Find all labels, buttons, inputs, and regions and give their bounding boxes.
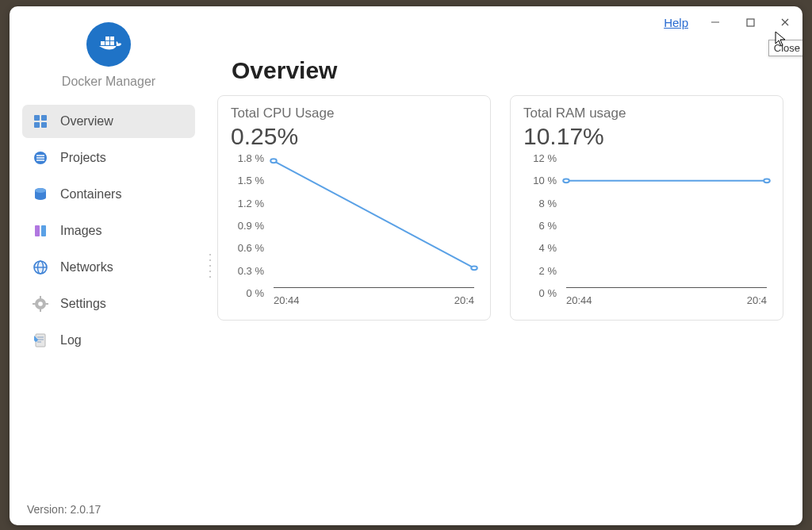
sidebar-item-images[interactable]: Images <box>22 214 195 248</box>
ytick: 6 % <box>539 220 557 232</box>
ytick: 1.5 % <box>238 175 264 186</box>
sidebar-item-label: Settings <box>60 297 106 311</box>
svg-rect-4 <box>101 41 105 45</box>
sidebar-item-label: Projects <box>60 151 106 165</box>
ytick: 0 % <box>247 287 264 299</box>
svg-point-36 <box>471 266 477 270</box>
card-cpu-value: 0.25% <box>231 123 477 150</box>
card-ram-title: Total RAM usage <box>523 106 770 121</box>
ytick: 1.8 % <box>238 152 264 164</box>
book-icon <box>32 222 49 240</box>
svg-rect-8 <box>110 36 114 40</box>
app-logo <box>86 22 131 67</box>
ytick: 0 % <box>539 287 557 299</box>
card-ram-value: 10.17% <box>523 123 770 150</box>
svg-rect-5 <box>105 41 109 45</box>
card-cpu-title: Total CPU Usage <box>231 106 477 121</box>
svg-point-35 <box>270 159 277 163</box>
sidebar-item-label: Log <box>60 333 82 348</box>
grid-icon <box>32 113 49 130</box>
sidebar-item-overview[interactable]: Overview <box>22 105 195 138</box>
database-icon <box>32 186 49 203</box>
docker-icon <box>94 30 123 59</box>
svg-rect-12 <box>41 122 47 128</box>
app-window: Help Close Docker Mana <box>10 6 802 525</box>
minimize-icon <box>710 17 720 27</box>
ytick: 8 % <box>539 197 557 209</box>
sidebar-item-networks[interactable]: Networks <box>22 251 195 284</box>
svg-rect-6 <box>110 41 114 45</box>
svg-rect-30 <box>45 303 48 305</box>
ytick: 0.9 % <box>238 220 264 232</box>
ytick: 0.3 % <box>238 264 264 276</box>
svg-rect-1 <box>747 19 754 26</box>
svg-rect-29 <box>33 303 36 305</box>
svg-rect-20 <box>41 225 46 236</box>
gear-icon <box>32 295 49 313</box>
chart-ram: 12 %10 %8 %6 %4 %2 %0 %20:4420:4 <box>523 153 770 309</box>
svg-rect-7 <box>105 36 109 40</box>
svg-point-37 <box>563 179 569 182</box>
stack-icon <box>32 149 49 167</box>
ytick: 2 % <box>539 264 557 276</box>
sidebar-item-label: Networks <box>60 260 113 275</box>
sidebar-item-label: Images <box>60 224 102 238</box>
brand: Docker Manager <box>10 22 208 89</box>
maximize-button[interactable] <box>733 10 768 34</box>
svg-rect-19 <box>35 225 40 236</box>
sidebar-item-label: Overview <box>60 114 113 129</box>
svg-rect-10 <box>41 115 47 121</box>
xtick: 20:4 <box>747 294 767 306</box>
chart-cpu: 1.8 %1.5 %1.2 %0.9 %0.6 %0.3 %0 %20:4420… <box>231 153 477 309</box>
help-link[interactable]: Help <box>664 16 688 29</box>
maximize-icon <box>746 18 755 27</box>
svg-point-38 <box>764 179 770 182</box>
sidebar-item-log[interactable]: Log <box>22 324 195 357</box>
page-title: Overview <box>232 57 783 84</box>
globe-icon <box>32 259 49 276</box>
titlebar: Help <box>664 6 802 38</box>
close-tooltip: Close <box>768 40 802 56</box>
ytick: 0.6 % <box>238 242 264 254</box>
sidebar-item-label: Containers <box>60 187 121 202</box>
ytick: 4 % <box>539 242 557 254</box>
version-label: Version: 2.0.17 <box>27 503 101 516</box>
svg-rect-27 <box>40 296 41 299</box>
svg-point-24 <box>34 261 47 274</box>
xtick: 20:44 <box>274 294 300 306</box>
sidebar-item-projects[interactable]: Projects <box>22 141 195 175</box>
ytick: 12 % <box>533 152 557 164</box>
svg-point-26 <box>38 301 43 306</box>
xtick: 20:44 <box>566 294 592 306</box>
close-button[interactable] <box>768 10 802 34</box>
sidebar-item-settings[interactable]: Settings <box>22 287 195 321</box>
card-ram: Total RAM usage 10.17% 12 %10 %8 %6 %4 %… <box>510 95 783 321</box>
sidebar: Docker Manager Overview Projects Contain… <box>10 6 208 525</box>
ytick: 1.2 % <box>238 197 264 209</box>
xtick: 20:4 <box>454 294 474 306</box>
sidebar-item-containers[interactable]: Containers <box>22 178 195 211</box>
ytick: 10 % <box>533 175 557 186</box>
app-name: Docker Manager <box>62 75 155 89</box>
nav: Overview Projects Containers Images <box>10 103 208 359</box>
svg-rect-11 <box>34 122 40 128</box>
close-icon <box>780 17 790 27</box>
svg-rect-9 <box>34 115 40 121</box>
cards-row: Total CPU Usage 0.25% 1.8 %1.5 %1.2 %0.9… <box>217 95 783 321</box>
log-icon <box>32 332 49 349</box>
card-cpu: Total CPU Usage 0.25% 1.8 %1.5 %1.2 %0.9… <box>217 95 491 321</box>
main-content: Overview Total CPU Usage 0.25% 1.8 %1.5 … <box>217 57 783 321</box>
minimize-button[interactable] <box>698 10 733 34</box>
svg-rect-28 <box>40 309 41 312</box>
sidebar-resize-handle[interactable] <box>208 252 213 279</box>
svg-point-18 <box>35 188 46 193</box>
